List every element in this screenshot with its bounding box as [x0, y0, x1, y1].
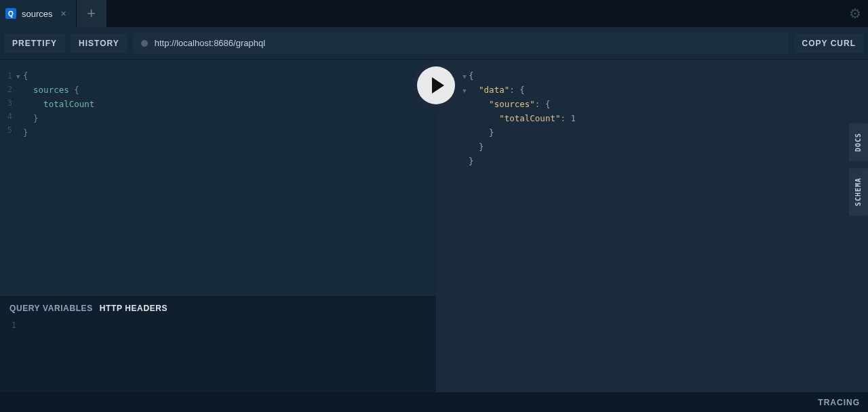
json-punct: }: [479, 142, 484, 152]
plus-icon: +: [87, 5, 96, 22]
code-line: totalCount: [16, 98, 436, 112]
line-number: 3: [0, 96, 14, 110]
line-number: 4: [0, 110, 14, 123]
json-punct: : {: [509, 85, 525, 95]
line-number: 1: [0, 69, 14, 83]
json-punct: }: [469, 156, 474, 166]
code-field: totalCount: [43, 99, 94, 109]
code-punct: {: [23, 70, 28, 81]
tab-sources[interactable]: Q sources ×: [0, 0, 77, 27]
tab-label: sources: [22, 9, 53, 19]
response-line: ▼ "data": {: [462, 83, 868, 98]
json-punct: }: [489, 127, 494, 138]
prettify-button[interactable]: PRETTIFY: [4, 33, 65, 54]
endpoint-url-input[interactable]: [155, 38, 781, 48]
json-punct: {: [469, 70, 474, 81]
tab-strip: Q sources × + ⚙: [0, 0, 868, 27]
response-line: "totalCount": 1: [462, 112, 868, 126]
copy-curl-button[interactable]: COPY CURL: [794, 33, 864, 54]
response-pane: ▼{▼ "data": { "sources": { "totalCount":…: [436, 60, 868, 392]
fold-toggle-icon[interactable]: ▼: [462, 70, 467, 83]
variables-editor[interactable]: 1: [0, 318, 436, 332]
code-field: sources: [33, 85, 69, 95]
code-punct: {: [74, 85, 79, 95]
toolbar: PRETTIFY HISTORY COPY CURL: [0, 27, 868, 60]
tab-badge-icon: Q: [5, 8, 16, 19]
json-number: 1: [571, 113, 576, 123]
code-line: }: [16, 112, 436, 126]
code-line: sources {: [16, 83, 436, 98]
code-punct: }: [33, 113, 39, 123]
json-punct: : {: [535, 99, 551, 109]
query-pane: 12345 ▼{ sources { totalCount } } QUERY …: [0, 60, 436, 392]
fold-toggle-icon[interactable]: ▼: [16, 70, 22, 83]
json-punct: :: [560, 113, 570, 123]
response-viewer[interactable]: ▼{▼ "data": { "sources": { "totalCount":…: [462, 69, 868, 169]
tab-query-variables[interactable]: QUERY VARIABLES: [9, 304, 93, 313]
variables-panel: QUERY VARIABLES HTTP HEADERS 1: [0, 296, 436, 392]
docs-button[interactable]: DOCS: [849, 123, 868, 161]
line-number: 1: [8, 318, 16, 332]
line-number-gutter: 12345: [0, 69, 14, 137]
status-dot-icon: [141, 40, 148, 47]
settings-button[interactable]: ⚙: [849, 5, 861, 22]
query-editor[interactable]: 12345 ▼{ sources { totalCount } }: [0, 60, 436, 296]
response-line: "sources": {: [462, 98, 868, 112]
endpoint-url-bar[interactable]: [133, 33, 789, 54]
execute-button[interactable]: [417, 66, 455, 104]
code-line: ▼{: [16, 69, 436, 83]
response-line: ▼{: [462, 69, 868, 83]
line-number: 5: [0, 123, 14, 137]
tracing-button[interactable]: TRACING: [818, 398, 860, 407]
code-line: }: [16, 126, 436, 140]
history-button[interactable]: HISTORY: [71, 33, 127, 54]
json-key: "data": [479, 85, 509, 95]
schema-button[interactable]: SCHEMA: [849, 168, 868, 215]
close-icon[interactable]: ×: [61, 9, 66, 18]
line-number: 2: [0, 83, 14, 96]
side-rail: DOCS SCHEMA: [849, 123, 868, 215]
response-line: }: [462, 154, 868, 169]
response-line: }: [462, 140, 868, 154]
main-area: 12345 ▼{ sources { totalCount } } QUERY …: [0, 60, 868, 392]
gear-icon: ⚙: [849, 6, 861, 21]
add-tab-button[interactable]: +: [77, 0, 106, 27]
json-key: "sources": [489, 99, 535, 109]
json-key: "totalCount": [499, 113, 560, 123]
response-line: }: [462, 126, 868, 140]
code-punct: }: [23, 127, 28, 138]
tab-http-headers[interactable]: HTTP HEADERS: [100, 304, 167, 313]
bottom-bar: TRACING: [0, 392, 868, 412]
fold-toggle-icon[interactable]: ▼: [462, 84, 467, 98]
